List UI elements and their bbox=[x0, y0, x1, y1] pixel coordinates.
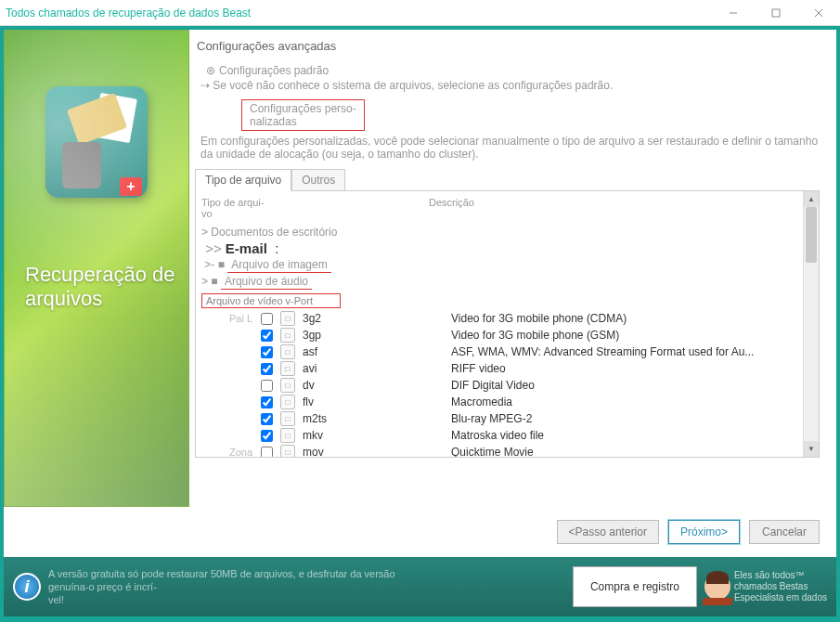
table-row[interactable]: □m2tsBlu-ray MPEG-2 bbox=[201, 410, 797, 427]
mascot: Eles são todos™ chamados Bestas Especial… bbox=[704, 570, 827, 603]
file-icon: □ bbox=[280, 311, 295, 326]
maximize-button[interactable] bbox=[755, 0, 797, 26]
row-ext: mov bbox=[303, 446, 451, 457]
row-desc: DIF Digital Video bbox=[451, 379, 535, 392]
info-icon: i bbox=[13, 573, 41, 601]
category-docs[interactable]: > Documentos de escritório bbox=[201, 225, 797, 240]
mascot-text: Eles são todos™ chamados Bestas Especial… bbox=[734, 570, 827, 603]
titlebar: Todos chamados de recuperação de dados B… bbox=[0, 0, 840, 26]
table-row[interactable]: □asfASF, WMA, WMV: Advanced Streaming Fo… bbox=[201, 343, 797, 360]
row-ext: flv bbox=[303, 395, 451, 408]
mascot-icon bbox=[704, 574, 730, 600]
scroll-down-button[interactable]: ▼ bbox=[804, 441, 819, 457]
file-icon: □ bbox=[280, 411, 295, 426]
sidebar-hero-icon: + bbox=[45, 86, 148, 198]
window-title: Todos chamados de recuperação de dados B… bbox=[6, 6, 251, 19]
row-ext: 3gp bbox=[303, 329, 451, 342]
row-desc: Video for 3G mobile phone (CDMA) bbox=[451, 312, 627, 325]
previous-button[interactable]: <Passo anterior bbox=[557, 520, 659, 544]
category-email[interactable]: >> E-mail : bbox=[201, 240, 797, 257]
table-row[interactable]: Pai L□3g2Video for 3G mobile phone (CDMA… bbox=[201, 310, 797, 327]
row-lead: Pai L bbox=[229, 313, 261, 324]
row-checkbox[interactable] bbox=[261, 413, 273, 425]
row-desc: Matroska video file bbox=[451, 429, 544, 442]
cancel-button[interactable]: Cancelar bbox=[749, 520, 820, 544]
file-icon: □ bbox=[280, 344, 295, 359]
section-heading: Configurações avançadas bbox=[197, 39, 827, 53]
hint-default: ⇢ Se você não conhece o sistema de arqui… bbox=[200, 79, 827, 92]
tab-file-type[interactable]: Tipo de arquivo bbox=[195, 169, 291, 191]
buy-register-button[interactable]: Compra e registro bbox=[573, 566, 697, 607]
col-header-desc: Descrição bbox=[429, 197, 797, 219]
sidebar-title: Recuperação de arquivos bbox=[25, 263, 179, 311]
category-image[interactable]: >- ■ Arquivo de imagem bbox=[201, 257, 797, 274]
tab-others[interactable]: Outros bbox=[291, 169, 345, 191]
main-panel: Configurações avançadas ⊛ Configurações … bbox=[189, 30, 836, 507]
table-row[interactable]: □aviRIFF video bbox=[201, 360, 797, 377]
content-panel: + Recuperação de arquivos Configurações … bbox=[4, 30, 836, 557]
table-row[interactable]: □mkvMatroska video file bbox=[201, 427, 797, 444]
table-row[interactable]: □flvMacromedia bbox=[201, 394, 797, 410]
radio-custom-settings[interactable]: Configurações perso- nalizadas bbox=[241, 99, 365, 131]
file-icon: □ bbox=[280, 378, 295, 393]
row-ext: asf bbox=[303, 345, 451, 358]
trash-icon bbox=[62, 142, 101, 188]
radio-default-settings[interactable]: ⊛ Configurações padrão bbox=[206, 64, 827, 77]
close-button[interactable] bbox=[797, 0, 840, 26]
row-checkbox[interactable] bbox=[261, 380, 273, 392]
file-icon: □ bbox=[280, 445, 295, 457]
row-desc: RIFF video bbox=[451, 362, 506, 375]
row-lead: Zona bbox=[229, 447, 261, 457]
minimize-button[interactable] bbox=[712, 0, 755, 26]
radio-default-label: Configurações padrão bbox=[219, 64, 329, 77]
table-row[interactable]: Zona□movQuicktime Movie bbox=[201, 444, 797, 457]
svg-rect-1 bbox=[772, 9, 780, 17]
row-desc: ASF, WMA, WMV: Advanced Streaming Format… bbox=[451, 345, 754, 358]
row-checkbox[interactable] bbox=[261, 363, 273, 375]
row-ext: dv bbox=[303, 379, 451, 392]
row-checkbox[interactable] bbox=[261, 330, 273, 342]
row-checkbox[interactable] bbox=[261, 447, 273, 458]
scrollbar[interactable]: ▲ ▼ bbox=[803, 191, 819, 457]
scroll-thumb[interactable] bbox=[806, 207, 817, 263]
hint-custom: Em configurações personalizadas, você po… bbox=[200, 135, 827, 161]
row-ext: m2ts bbox=[303, 412, 451, 425]
sidebar: + Recuperação de arquivos bbox=[4, 30, 189, 507]
wizard-buttons: <Passo anterior Próximo> Cancelar bbox=[4, 507, 836, 557]
app-frame: + Recuperação de arquivos Configurações … bbox=[0, 26, 840, 622]
row-checkbox[interactable] bbox=[261, 313, 273, 325]
row-desc: Macromedia bbox=[451, 395, 512, 408]
footer-text: A versão gratuita só pode restaurar 50MB… bbox=[48, 567, 401, 607]
list-header: Tipo de arqui- vo Descrição bbox=[201, 197, 797, 225]
category-audio[interactable]: > ■ Arquivo de áudio bbox=[201, 274, 797, 291]
row-desc: Blu-ray MPEG-2 bbox=[451, 412, 532, 425]
tabs: Tipo de arquivo Outros bbox=[195, 168, 827, 190]
row-desc: Video for 3G mobile phone (GSM) bbox=[451, 329, 619, 342]
footer-bar: i A versão gratuita só pode restaurar 50… bbox=[4, 557, 836, 616]
row-ext: mkv bbox=[303, 429, 451, 442]
table-row[interactable]: □3gpVideo for 3G mobile phone (GSM) bbox=[201, 327, 797, 343]
table-row[interactable]: □dvDIF Digital Video bbox=[201, 377, 797, 394]
row-ext: 3g2 bbox=[303, 312, 451, 325]
file-icon: □ bbox=[280, 395, 295, 409]
next-button[interactable]: Próximo> bbox=[668, 520, 740, 544]
row-ext: avi bbox=[303, 362, 451, 375]
medical-cross-icon: + bbox=[120, 177, 142, 196]
row-checkbox[interactable] bbox=[261, 396, 273, 408]
file-icon: □ bbox=[280, 428, 295, 443]
file-icon: □ bbox=[280, 361, 295, 376]
window-controls bbox=[712, 0, 840, 26]
scroll-up-button[interactable]: ▲ bbox=[804, 191, 819, 207]
file-icon: □ bbox=[280, 328, 295, 343]
row-checkbox[interactable] bbox=[261, 430, 273, 442]
col-header-type: Tipo de arqui- vo bbox=[201, 197, 429, 219]
category-video[interactable]: Arquivo de vídeo v-Port bbox=[201, 293, 341, 308]
row-desc: Quicktime Movie bbox=[451, 446, 534, 457]
file-type-listbox: Tipo de arqui- vo Descrição > Documentos… bbox=[195, 190, 820, 458]
row-checkbox[interactable] bbox=[261, 346, 273, 358]
